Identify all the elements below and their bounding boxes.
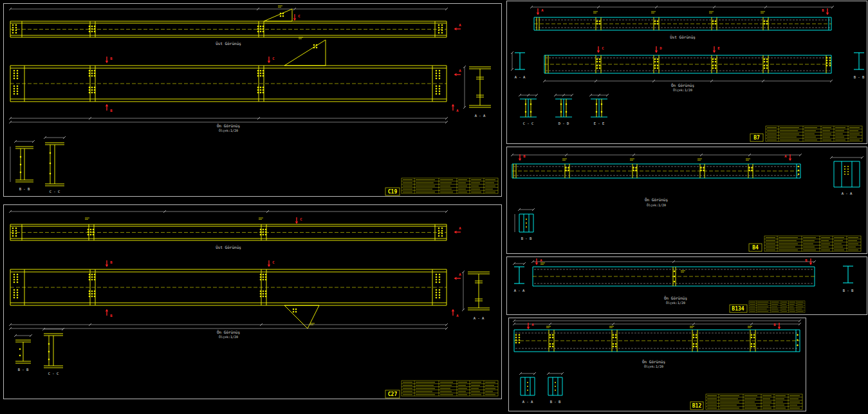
b12-drawing: A B Ön Görünüş Ölçek:1/20 A - A B - B B1… <box>509 318 806 411</box>
b7-panel-id: B7 <box>753 135 760 141</box>
b7-section-bb <box>854 53 864 69</box>
c19-section-bb <box>15 147 33 182</box>
c27-section-label-aa: A - A <box>474 316 485 320</box>
b12-section-label-aa: A - A <box>522 400 533 404</box>
c19-section-label-aa: A - A <box>475 114 486 118</box>
b7-title-block <box>766 126 862 141</box>
b134-top-dimension-line <box>531 260 816 263</box>
b134-section-label-bb: B - B <box>843 289 854 292</box>
c19-section-aa-dims <box>463 66 466 109</box>
b4-title-block <box>764 236 861 251</box>
c27-section-bb-dims <box>14 334 32 337</box>
c19-section-aa <box>469 67 491 107</box>
panel-b134: A - A A B Ön Görünüş Ölçek:1/20 B - B B1… <box>506 256 867 315</box>
b7-top-view-plates <box>537 12 768 30</box>
b4-drawing: B A A - A Ön Görünüş Ölçek:1/20 B - B B4 <box>507 147 867 253</box>
b7-cut-letter-c: C <box>602 46 604 50</box>
b7-front-view-caption: Ön Görünüş <box>671 83 695 88</box>
b134-section-bb <box>843 266 853 283</box>
c19-cut-letter-c2: C <box>272 57 274 60</box>
c19-cut-letter-b: B <box>110 57 113 60</box>
b134-title-block <box>749 301 805 312</box>
c27-cut-letter-c2: C <box>272 260 274 264</box>
c27-cut-letter-c: C <box>300 217 302 221</box>
c27-scale-caption: Ölçek:1/20 <box>219 335 238 339</box>
b12-title-block <box>706 394 802 410</box>
c27-section-cc <box>44 334 63 368</box>
b7-top-dimension-line <box>530 6 834 8</box>
b12-panel-id: B12 <box>692 403 702 409</box>
b134-drawing: A - A A B Ön Görünüş Ölçek:1/20 B - B B1… <box>507 257 867 314</box>
panel-b4: B A A - A Ön Görünüş Ölçek:1/20 B - B B4 <box>506 147 867 254</box>
cad-drawing-canvas: C A Üst Görünüş B C A B A Ön Görünüş Ölç… <box>0 0 868 414</box>
panel-b12: A B Ön Görünüş Ölçek:1/20 A - A B - B B1… <box>508 318 806 411</box>
b7-section-label-aa: A - A <box>515 75 526 79</box>
c19-front-view-caption: Ön Görünüş <box>217 123 241 129</box>
b7-section-label-bb: B - B <box>854 75 865 79</box>
panel-c27: C A Üst Görünüş B C A B A Ön Görünüş Ölç… <box>3 204 502 399</box>
b7-top-view-caption: Üst Görünüş <box>670 35 696 40</box>
c19-top-view-caption: Üst Görünüş <box>216 41 241 46</box>
b4-top-dimension-line <box>511 154 802 156</box>
c27-panel-id: C27 <box>388 392 398 397</box>
b12-scale-caption: Ölçek:1/20 <box>644 364 663 368</box>
b7-section-aa-dims <box>511 51 513 71</box>
b7-cut-letter-a: A <box>541 8 544 12</box>
b12-section-bb <box>547 372 564 395</box>
c19-cut-letter-a2: A <box>459 69 461 73</box>
c19-drawing: C A Üst Görünüş B C A B A Ön Görünüş Ölç… <box>4 4 501 196</box>
c27-top-dimension-line <box>9 210 448 213</box>
b134-front-view-caption: Ön Görünüş <box>664 296 688 301</box>
c19-section-cc-dims <box>44 136 66 139</box>
b134-section-aa-dims <box>513 262 526 265</box>
b134-scale-caption: Ölçek:1/20 <box>666 301 685 305</box>
c27-front-view-cut-markers: B C A B A <box>106 260 462 318</box>
c19-cut-letter-a: A <box>459 23 461 27</box>
c19-top-dimension-line <box>9 8 448 10</box>
c27-section-cc-dims <box>42 328 64 330</box>
b4-section-label-aa: A - A <box>842 192 853 195</box>
c27-front-view-caption: Ön Görünüş <box>217 330 241 335</box>
c27-title-block <box>402 381 498 396</box>
b4-front-view-plates <box>513 159 799 178</box>
c27-section-aa-dims <box>462 271 465 311</box>
c19-top-view-beam <box>10 6 447 37</box>
b4-front-view-cut-markers: B A <box>519 154 791 161</box>
b4-panel-id: B4 <box>752 245 759 251</box>
b4-section-aa <box>830 156 863 187</box>
b7-section-cc <box>519 94 538 117</box>
b4-front-view-caption: Ön Görünüş <box>645 197 669 203</box>
b7-cut-letter-b: B <box>822 8 824 12</box>
b7-front-view-cut-markers: C D E <box>597 46 720 53</box>
c27-top-view-beam <box>10 218 447 240</box>
b7-section-label-cc: C - C <box>523 122 534 125</box>
c19-section-cc <box>45 143 64 186</box>
c27-cut-letter-a3: A <box>456 314 459 318</box>
c19-scale-caption: Ölçek:1/20 <box>219 129 238 132</box>
b12-front-view-cut-markers: A B <box>527 323 780 330</box>
b7-section-aa <box>515 53 525 69</box>
b7-section-label-ee: E - E <box>594 122 605 125</box>
c27-top-view-caption: Üst Görünüş <box>216 245 241 250</box>
b12-front-view-caption: Ön Görünüş <box>642 359 666 364</box>
panel-c19: C A Üst Görünüş B C A B A Ön Görünüş Ölç… <box>3 3 502 197</box>
c19-panel-id: C19 <box>388 189 398 195</box>
b134-section-label-aa: A - A <box>514 289 525 292</box>
b4-section-label-bb: B - B <box>521 237 532 240</box>
b4-section-bb <box>515 208 535 232</box>
b7-scale-caption: Ölçek:1/20 <box>673 88 692 92</box>
c27-cut-letter-b2: B <box>110 314 113 318</box>
panel-b7: A B Üst Görünüş A - A C D E Ön Görünüş Ö… <box>506 1 867 144</box>
c19-top-view-cut-markers: C A <box>293 14 462 30</box>
c19-section-label-cc: C - C <box>50 190 60 194</box>
b12-top-dimension-lines <box>513 320 801 325</box>
b12-cut-letter-a: A <box>531 323 534 327</box>
c27-section-aa <box>468 272 490 310</box>
b134-front-view-plates <box>540 263 685 286</box>
c19-title-block <box>402 178 498 194</box>
b7-drawing: A B Üst Görünüş A - A C D E Ön Görünüş Ö… <box>507 1 867 143</box>
b12-cut-letter-b: B <box>773 323 776 327</box>
c27-bottom-dimension-lines <box>9 323 448 330</box>
b12-section-aa <box>519 372 536 395</box>
b134-section-aa <box>514 267 524 284</box>
